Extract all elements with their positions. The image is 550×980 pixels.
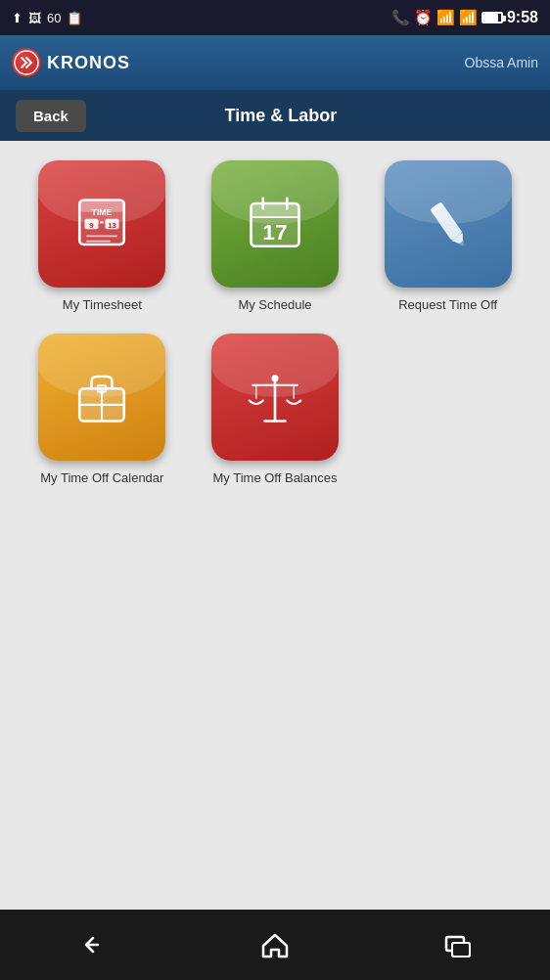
sim-icon: 📋 xyxy=(67,11,82,25)
upload-icon: ⬆ xyxy=(12,11,23,25)
svg-point-32 xyxy=(271,375,278,381)
phone-icon: 📞 xyxy=(391,9,410,26)
timesheet-label: My Timesheet xyxy=(63,297,142,314)
battery-icon xyxy=(481,12,503,23)
svg-text:17: 17 xyxy=(262,219,287,245)
back-arrow-icon xyxy=(76,929,108,960)
kronos-logo: KRONOS xyxy=(12,48,130,77)
bottom-nav xyxy=(0,910,550,980)
svg-rect-12 xyxy=(251,203,298,217)
home-nav-button[interactable] xyxy=(240,921,310,968)
back-nav-button[interactable] xyxy=(57,921,127,968)
schedule-item[interactable]: 17 My Schedule xyxy=(197,160,354,314)
signal-icon: 📶 xyxy=(459,9,478,26)
image-icon: 🖼 xyxy=(28,11,41,25)
wifi-icon: 📶 xyxy=(436,9,455,26)
app-bar: KRONOS Obssa Amin xyxy=(0,35,550,90)
page-title: Time & Labor xyxy=(86,106,476,126)
svg-rect-24 xyxy=(98,385,107,392)
time-off-calendar-icon-box[interactable] xyxy=(38,334,165,461)
suitcase-icon xyxy=(68,363,136,431)
timesheet-item[interactable]: TIME 9 13 My Timesheet xyxy=(23,160,181,314)
svg-text:TIME: TIME xyxy=(92,207,113,217)
request-time-off-item[interactable]: Request Time Off xyxy=(369,160,527,314)
pencil-icon xyxy=(414,190,482,258)
kronos-circle-icon xyxy=(12,48,41,77)
svg-rect-34 xyxy=(452,943,470,957)
nav-bar: Back Time & Labor xyxy=(0,90,550,141)
home-icon xyxy=(259,929,291,960)
status-bar-right: 📞 ⏰ 📶 📶 9:58 xyxy=(391,9,538,26)
schedule-icon: 17 xyxy=(241,190,309,258)
time-off-calendar-item[interactable]: My Time Off Calendar xyxy=(23,334,181,487)
alarm-icon: ⏰ xyxy=(414,9,433,26)
main-content: TIME 9 13 My Timesheet xyxy=(0,141,550,910)
user-name: Obssa Amin xyxy=(465,55,538,70)
svg-text:9: 9 xyxy=(90,221,95,230)
request-time-off-icon-box[interactable] xyxy=(385,160,512,288)
timesheet-icon: TIME 9 13 xyxy=(68,190,136,258)
recent-nav-button[interactable] xyxy=(423,921,493,968)
schedule-label: My Schedule xyxy=(238,297,311,314)
battery-level: 60 xyxy=(47,11,61,25)
time-off-balances-label: My Time Off Balances xyxy=(213,470,338,487)
time-off-balances-item[interactable]: My Time Off Balances xyxy=(197,334,354,487)
status-bar: ⬆ 🖼 60 📋 📞 ⏰ 📶 📶 9:58 xyxy=(0,0,550,35)
timesheet-icon-box[interactable]: TIME 9 13 xyxy=(38,160,165,288)
brand-name: KRONOS xyxy=(47,53,130,73)
scales-icon xyxy=(241,363,309,431)
app-grid: TIME 9 13 My Timesheet xyxy=(23,160,527,487)
request-time-off-label: Request Time Off xyxy=(398,297,497,314)
time-off-calendar-label: My Time Off Calendar xyxy=(40,470,163,487)
status-bar-left: ⬆ 🖼 60 📋 xyxy=(12,11,82,25)
svg-text:13: 13 xyxy=(108,221,116,230)
back-button[interactable]: Back xyxy=(16,100,86,132)
recent-apps-icon xyxy=(442,929,474,960)
time-off-balances-icon-box[interactable] xyxy=(211,334,339,461)
status-time: 9:58 xyxy=(507,9,538,26)
schedule-icon-box[interactable]: 17 xyxy=(211,160,339,288)
